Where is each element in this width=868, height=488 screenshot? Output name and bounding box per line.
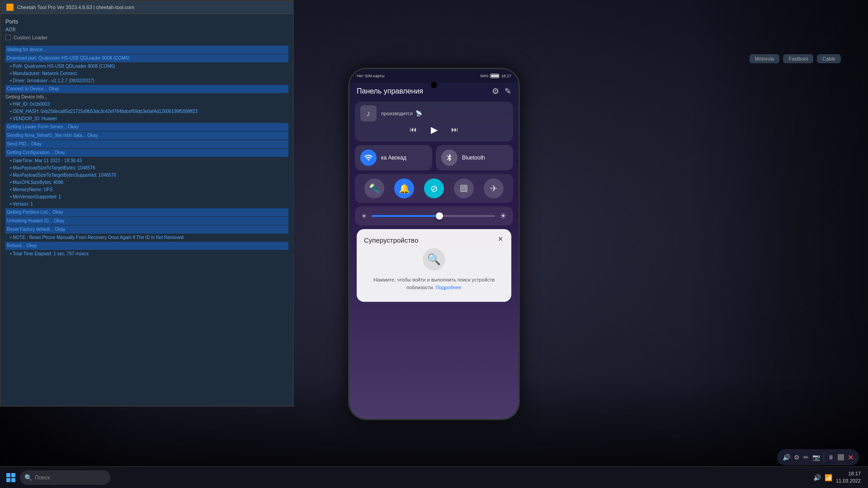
close-recording-button[interactable]: ✕ [848, 453, 854, 462]
music-tile[interactable]: ♪ производится 📡 ⏮ ▶ ⏭ [355, 102, 513, 141]
wifi-network-name: ка Авокад [381, 155, 406, 161]
log-bullet-9: • MaxPayloadSizeToTargetBytesSupported: … [5, 172, 288, 179]
music-content: производится 📡 [381, 110, 422, 117]
taskbar: 🔍 Поиск 🔊 📶 18:17 11.03.2022 [0, 466, 868, 488]
custom-loader-checkbox[interactable] [5, 35, 11, 40]
battery-percent: 94% [480, 74, 488, 78]
taskbar-search-placeholder: Поиск [35, 474, 50, 481]
log-line-4: Getting Loader From Server... Okay [5, 123, 288, 131]
next-track-button[interactable]: ⏭ [451, 126, 458, 134]
log-section: Waiting for device... Download port: Qua… [5, 46, 288, 258]
log-line-0: Waiting for device... [5, 46, 288, 54]
wifi-icon [360, 150, 377, 166]
super-device-link[interactable]: Подробнее [436, 285, 462, 290]
wifi-tile-labels: ка Авокад [381, 155, 406, 161]
prev-track-button[interactable]: ⏮ [410, 126, 417, 134]
music-controls: ⏮ ▶ ⏭ [360, 122, 508, 138]
log-bullet-6: • VENDOR_ID: Huawei [5, 115, 288, 122]
brightness-fill [372, 215, 439, 217]
brightness-low-icon: ☀ [361, 212, 367, 220]
phone-screen: Нет SIM-карты 94% 18:17 Панель управлени… [349, 69, 519, 419]
pen-icon[interactable]: ✏ [803, 454, 809, 461]
taskbar-clock[interactable]: 18:17 11.03.2022 [836, 470, 861, 484]
fastboot-tab[interactable]: Fastboot [783, 54, 813, 63]
sim-status: Нет SIM-карты [357, 74, 384, 78]
log-bullet-1: • PoN: Qualcomm HS-USB QDLoader 9008 (CO… [5, 63, 288, 70]
cheetah-body: Ports ADB Custom Loader Waiting for devi… [1, 14, 293, 262]
taskbar-network-icon[interactable]: 📶 [825, 474, 832, 481]
super-device-close-button[interactable]: × [495, 234, 506, 244]
ports-section: Ports ADB Custom Loader [5, 19, 288, 40]
log-line-11: Reboot... Okay [5, 242, 288, 250]
log-bullet-13: • Version: 1 [5, 201, 288, 208]
win-quad-4 [11, 478, 15, 482]
log-bullet-11: • MemoryName: UFS [5, 186, 288, 193]
small-tiles-row: 🔦 🔔 ⊘ ✈ [355, 174, 513, 203]
cheetah-tool-window: Cheetah Tool Pro Ver 2023.4.8.63 | cheet… [1, 1, 293, 406]
log-bullet-12: • MinVersionSupported: 1 [5, 193, 288, 201]
log-line-7: Getting Configuration... Okay [5, 149, 288, 157]
taskbar-time-display: 18:17 [836, 470, 861, 477]
super-device-title: Суперустройство [364, 236, 418, 244]
log-line-5: Sending flona_5ehart1_9se.mbn data... Ok… [5, 131, 288, 140]
super-device-description: Нажмите, чтобы войти и выполнить поиск у… [364, 276, 504, 291]
taskbar-search[interactable]: 🔍 Поиск [20, 470, 110, 485]
dnd-tile[interactable]: ⊘ [424, 178, 444, 198]
log-line-10: Reset Factory default... Okay [5, 225, 288, 234]
bluetooth-label: Bluetooth [462, 155, 485, 161]
bluetooth-tile[interactable]: Bluetooth [436, 145, 513, 170]
settings-icon[interactable]: ⚙ [492, 86, 499, 96]
phone-device: Нет SIM-карты 94% 18:17 Панель управлени… [348, 68, 520, 420]
music-note-icon: ♪ [360, 105, 377, 122]
tiles-top: ка Авокад Bluetooth [355, 145, 513, 170]
airplay-icon: 📡 [415, 110, 422, 117]
status-right: 94% 18:17 [480, 74, 511, 78]
start-button[interactable] [4, 470, 18, 485]
super-device-search[interactable]: 🔍 Нажмите, чтобы войти и выполнить поиск… [364, 244, 504, 295]
cheetah-title: Cheetah Tool Pro Ver 2023.4.8.63 | cheet… [17, 5, 134, 10]
status-bar: Нет SIM-карты 94% 18:17 [349, 69, 519, 83]
win-quad-2 [11, 473, 15, 477]
play-button[interactable]: ▶ [426, 122, 442, 138]
bell-tile[interactable]: 🔔 [394, 178, 414, 198]
edit-icon[interactable]: ✎ [505, 86, 511, 96]
bluetooth-icon [441, 150, 458, 166]
settings-icon-rec[interactable]: ⚙ [794, 454, 800, 461]
cheetah-app-icon [6, 4, 14, 11]
brightness-slider[interactable] [372, 215, 495, 217]
motorola-tab[interactable]: Motorola [750, 54, 780, 63]
win-quad-1 [6, 473, 10, 477]
computer-screen: Cheetah Tool Pro Ver 2023.4.8.63 | cheet… [0, 0, 294, 407]
log-line-1: Download port: Qualcomm HS-USB QDLoader … [5, 54, 288, 62]
volume-icon[interactable]: 🔊 [783, 454, 790, 461]
super-device-card: Суперустройство × 🔍 Нажмите, чтобы войти… [357, 229, 511, 302]
battery-icon [490, 74, 499, 78]
wifi-tile[interactable]: ка Авокад [355, 145, 432, 170]
log-line-9: Unlocking Huawei ID... Okay [5, 217, 288, 225]
flashlight-tile[interactable]: 🔦 [364, 178, 384, 198]
taskbar-right: 🔊 📶 18:17 11.03.2022 [813, 470, 864, 484]
log-bullet-4: • HW_ID: 0x1b0003 [5, 101, 288, 108]
nfc-tile[interactable] [454, 178, 474, 198]
taskbar-date-display: 11.03.2022 [836, 478, 861, 484]
recording-toolbar: 🔊 ⚙ ✏ 📷 ⏸ ✕ [777, 449, 859, 465]
log-line-6: Send PID... Okay [5, 140, 288, 148]
brightness-thumb[interactable] [436, 212, 443, 220]
taskbar-search-icon: 🔍 [24, 474, 32, 481]
taskbar-volume-icon[interactable]: 🔊 [813, 474, 821, 481]
stop-button[interactable] [838, 454, 844, 460]
camera-icon[interactable]: 📷 [812, 454, 820, 461]
pause-icon[interactable]: ⏸ [828, 454, 834, 461]
log-line-8: Getting Partition List... Okay [5, 208, 288, 216]
brightness-high-icon: ☀ [500, 211, 507, 221]
search-icon: 🔍 [423, 248, 445, 271]
windows-logo [6, 473, 15, 482]
cable-tab[interactable]: Cable [817, 54, 841, 63]
battery-fill [491, 75, 498, 77]
log-bullet-2: • Manufacturer: Network Connect [5, 70, 288, 77]
camera-notch [431, 82, 437, 88]
right-bg-tabs: Motorola Fastboot Cable [741, 0, 868, 90]
log-bullet-note: • NOTE : Reset Phone Manually From Recov… [5, 234, 288, 241]
cheetah-titlebar: Cheetah Tool Pro Ver 2023.4.8.63 | cheet… [1, 1, 293, 14]
airplane-tile[interactable]: ✈ [484, 178, 504, 198]
